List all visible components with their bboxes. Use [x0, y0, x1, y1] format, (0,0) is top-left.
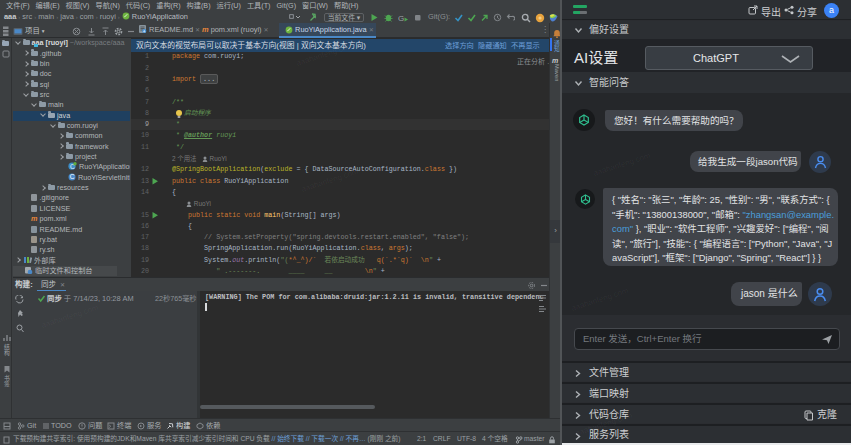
svg-text:G: G: [398, 14, 404, 23]
svg-text:C: C: [70, 173, 75, 180]
